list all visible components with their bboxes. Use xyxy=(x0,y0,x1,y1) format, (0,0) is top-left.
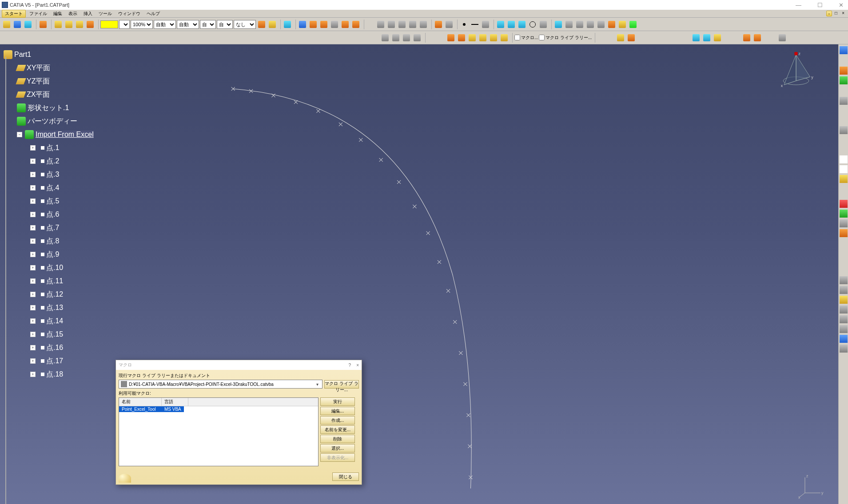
menu-start[interactable]: スタート xyxy=(2,10,26,18)
tree-point[interactable]: +点.13 xyxy=(4,301,94,314)
expand-icon[interactable]: + xyxy=(30,145,36,151)
col-lang[interactable]: 言語 xyxy=(162,398,188,406)
expand-icon[interactable]: + xyxy=(30,372,36,377)
tool-icon[interactable] xyxy=(446,33,456,43)
zoom-select[interactable]: 100% xyxy=(131,20,153,29)
tree-point[interactable]: +点.11 xyxy=(4,274,94,288)
tool-icon[interactable] xyxy=(319,20,329,29)
expand-icon[interactable]: + xyxy=(30,225,36,230)
tool-icon[interactable] xyxy=(840,67,848,75)
tool-icon[interactable] xyxy=(75,20,84,29)
plane-icon[interactable] xyxy=(481,20,490,29)
tool-icon[interactable] xyxy=(596,20,606,29)
expand-icon[interactable]: + xyxy=(30,252,36,257)
macro-row-selected[interactable]: Point_Excel_Tool MS VBA xyxy=(119,406,318,412)
tool-icon[interactable] xyxy=(412,33,422,43)
tool-icon[interactable] xyxy=(840,306,848,314)
tree-point[interactable]: +点.1 xyxy=(4,141,94,155)
dialog-titlebar[interactable]: マクロ ? × xyxy=(116,360,362,370)
tool-icon[interactable] xyxy=(840,345,848,353)
tool-icon[interactable] xyxy=(308,20,318,29)
tool-icon[interactable] xyxy=(38,20,48,29)
expand-icon[interactable]: + xyxy=(30,332,36,337)
expand-icon[interactable]: + xyxy=(30,292,36,297)
tool-icon[interactable] xyxy=(444,20,454,29)
library-combo[interactable]: D:¥01-CATIA-VBA-Macro¥VBAProject-POINT-E… xyxy=(119,380,322,389)
tool-icon[interactable] xyxy=(840,200,848,208)
tool-icon[interactable] xyxy=(257,20,267,29)
macro-checkbox[interactable]: マクロ... xyxy=(514,35,538,41)
dialog-help-button[interactable]: ? xyxy=(349,363,351,368)
3d-viewport[interactable]: Part1 XY平面 YZ平面 ZX平面 形状セット.1 パーツボディー −Im… xyxy=(0,44,838,504)
tool-icon[interactable] xyxy=(840,325,848,333)
tree-plane[interactable]: XY平面 xyxy=(4,61,94,75)
tool-icon[interactable] xyxy=(840,97,848,105)
tool-icon[interactable] xyxy=(380,33,390,43)
mdi-restore-button[interactable]: □ xyxy=(833,11,839,16)
tree-point[interactable]: +点.14 xyxy=(4,314,94,328)
color-selector[interactable] xyxy=(100,20,118,28)
tool-icon[interactable] xyxy=(506,20,516,29)
tool-icon[interactable] xyxy=(267,20,277,29)
tree-point[interactable]: +点.2 xyxy=(4,155,94,168)
color-dropdown[interactable] xyxy=(119,20,130,29)
macro-lib-checkbox[interactable]: マクロ ライブ ラリー... xyxy=(539,35,592,41)
tool-icon[interactable] xyxy=(840,286,848,294)
tree-point[interactable]: +点.9 xyxy=(4,248,94,261)
tree-point[interactable]: +点.17 xyxy=(4,354,94,368)
auto-select-2[interactable]: 自動 xyxy=(177,20,199,29)
point-icon[interactable] xyxy=(459,20,469,29)
tool-icon[interactable] xyxy=(840,210,848,218)
tool-icon[interactable] xyxy=(64,20,74,29)
expand-icon[interactable]: + xyxy=(30,278,36,284)
expand-icon[interactable]: + xyxy=(30,305,36,310)
col-name[interactable]: 名前 xyxy=(119,398,162,406)
collapse-icon[interactable]: − xyxy=(17,132,22,137)
obfuscate-button[interactable]: 非表示化... xyxy=(320,453,355,462)
dialog-close-button[interactable]: × xyxy=(356,363,359,368)
point-tool-icon[interactable] xyxy=(840,155,848,163)
sel-1[interactable]: 自 xyxy=(200,20,216,29)
macro-library-button[interactable]: マクロ ライブ ラリー... xyxy=(324,380,359,389)
expand-icon[interactable]: + xyxy=(30,318,36,324)
tool-icon[interactable] xyxy=(742,33,752,43)
expand-icon[interactable]: + xyxy=(30,159,36,164)
tool-icon[interactable] xyxy=(575,20,585,29)
menu-tools[interactable]: ツール xyxy=(96,10,115,17)
tool-icon[interactable] xyxy=(53,20,63,29)
tree-point[interactable]: +点.10 xyxy=(4,261,94,274)
create-button[interactable]: 作成... xyxy=(320,416,355,425)
minimize-button[interactable]: — xyxy=(793,2,804,8)
maximize-button[interactable]: ☐ xyxy=(815,2,825,8)
tree-point[interactable]: +点.8 xyxy=(4,234,94,248)
tree-point[interactable]: +点.3 xyxy=(4,168,94,181)
select-arrow-icon[interactable] xyxy=(777,33,787,43)
tree-point[interactable]: +点.5 xyxy=(4,194,94,208)
tool-icon[interactable] xyxy=(298,20,307,29)
tool-icon[interactable] xyxy=(840,335,848,343)
expand-icon[interactable]: + xyxy=(30,265,36,270)
tool-icon[interactable] xyxy=(499,33,509,43)
tool-icon[interactable] xyxy=(840,219,848,227)
tool-icon[interactable] xyxy=(489,33,498,43)
tool-icon[interactable] xyxy=(628,20,638,29)
tree-partbody[interactable]: パーツボディー xyxy=(4,115,94,128)
close-dialog-button[interactable]: 閉じる xyxy=(332,472,359,481)
mdi-close-button[interactable]: × xyxy=(840,11,846,16)
tool-icon[interactable] xyxy=(553,20,563,29)
dropdown-icon[interactable]: ▾ xyxy=(314,382,320,387)
tool-icon[interactable] xyxy=(397,20,407,29)
tool-icon[interactable] xyxy=(402,33,411,43)
tool-icon[interactable] xyxy=(376,20,386,29)
tool-icon[interactable] xyxy=(330,20,339,29)
tool-icon[interactable] xyxy=(478,33,488,43)
menu-edit[interactable]: 編集 xyxy=(51,10,65,17)
menu-window[interactable]: ウィンドウ xyxy=(115,10,143,17)
tree-point[interactable]: +点.16 xyxy=(4,341,94,354)
tree-point[interactable]: +点.7 xyxy=(4,221,94,234)
close-button[interactable]: ✕ xyxy=(836,2,846,8)
select-button[interactable]: 選択... xyxy=(320,444,355,452)
tool-icon[interactable] xyxy=(752,33,762,43)
expand-icon[interactable]: + xyxy=(30,212,36,217)
tree-geomset[interactable]: 形状セット.1 xyxy=(4,101,94,115)
